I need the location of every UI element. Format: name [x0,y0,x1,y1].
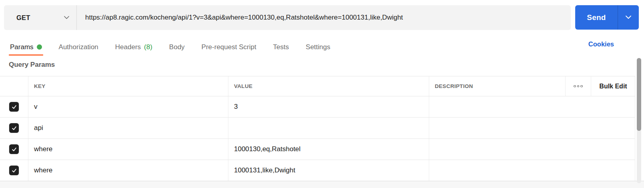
cookies-link[interactable]: Cookies [588,40,614,48]
key-text: where [34,166,52,174]
row-checkbox-cell [0,118,28,138]
check-icon [11,147,17,152]
value-cell[interactable]: 1000130,eq,Ratshotel [228,139,429,160]
key-column-header: KEY [28,76,228,96]
tab-authorization[interactable]: Authorization [59,38,98,56]
table-row: api [0,118,635,139]
query-params-table: KEY VALUE DESCRIPTION Bulk Edit v 3 [0,76,635,181]
row-checkbox[interactable] [9,123,19,133]
send-label: Send [587,13,606,22]
table-header-row: KEY VALUE DESCRIPTION Bulk Edit [0,76,635,96]
tab-settings-label: Settings [306,43,330,51]
table-row: v 3 [0,96,635,118]
bulk-edit-cell: Bulk Edit [591,76,635,96]
description-column-header: DESCRIPTION [429,76,565,96]
value-cell[interactable]: 1000131,like,Dwight [228,160,429,181]
key-text: api [34,124,43,132]
method-label: GET [16,14,30,22]
select-all-column [0,76,28,96]
tab-body-label: Body [169,43,185,51]
tab-settings[interactable]: Settings [306,38,330,56]
section-title: Query Params [9,61,55,69]
tab-tests-label: Tests [273,43,289,51]
table-row: where 1000131,like,Dwight [0,160,635,181]
key-cell[interactable]: where [28,139,228,160]
value-cell[interactable]: 3 [228,96,429,117]
value-header-label: VALUE [234,83,252,89]
bulk-edit-button[interactable]: Bulk Edit [599,83,627,90]
params-active-dot [37,44,42,50]
key-cell[interactable]: where [28,160,228,181]
vertical-scrollbar[interactable] [637,58,641,183]
key-cell[interactable]: v [28,96,228,117]
tab-tests[interactable]: Tests [273,38,289,56]
chevron-down-icon [64,16,69,19]
description-cell[interactable] [429,160,635,181]
tab-params-label: Params [10,43,34,51]
tab-headers-label: Headers [115,43,141,51]
description-cell[interactable] [429,139,635,160]
more-actions-cell [565,76,591,96]
row-checkbox-cell [0,160,28,181]
send-button[interactable]: Send [575,5,639,30]
value-cell[interactable] [228,118,429,138]
key-text: v [34,103,38,111]
send-button-main[interactable]: Send [575,5,618,30]
url-input[interactable] [77,5,571,30]
description-cell[interactable] [429,118,635,138]
triple-dot-icon[interactable] [574,85,583,88]
row-checkbox[interactable] [9,102,19,112]
check-icon [11,104,17,110]
tab-pre-request-script-label: Pre-request Script [202,43,256,51]
row-checkbox-cell [0,139,28,160]
row-checkbox-cell [0,96,28,117]
key-cell[interactable]: api [28,118,228,138]
tab-authorization-label: Authorization [59,43,98,51]
row-checkbox[interactable] [9,166,19,175]
headers-count-badge: (8) [144,43,152,51]
tab-pre-request-script[interactable]: Pre-request Script [202,38,256,56]
tab-body[interactable]: Body [169,38,185,56]
request-tabs: Params Authorization Headers (8) Body Pr… [10,38,330,56]
scrollbar-thumb[interactable] [637,58,641,131]
key-text: where [34,145,52,153]
content-divider [0,181,644,188]
chevron-down-icon [626,16,631,19]
send-options-caret[interactable] [618,5,639,30]
value-text: 1000130,eq,Ratshotel [234,145,300,153]
request-url-bar: GET [4,5,571,30]
row-checkbox[interactable] [9,144,19,154]
value-text: 1000131,like,Dwight [234,166,295,174]
tab-params[interactable]: Params [10,38,42,56]
method-dropdown[interactable]: GET [4,5,77,30]
value-text: 3 [234,103,238,111]
description-cell[interactable] [429,96,635,117]
check-icon [11,126,17,131]
description-header-label: DESCRIPTION [435,83,473,89]
tab-headers[interactable]: Headers (8) [115,38,152,56]
table-row: where 1000130,eq,Ratshotel [0,139,635,160]
value-column-header: VALUE [228,76,429,96]
check-icon [11,168,17,173]
key-header-label: KEY [34,83,46,89]
